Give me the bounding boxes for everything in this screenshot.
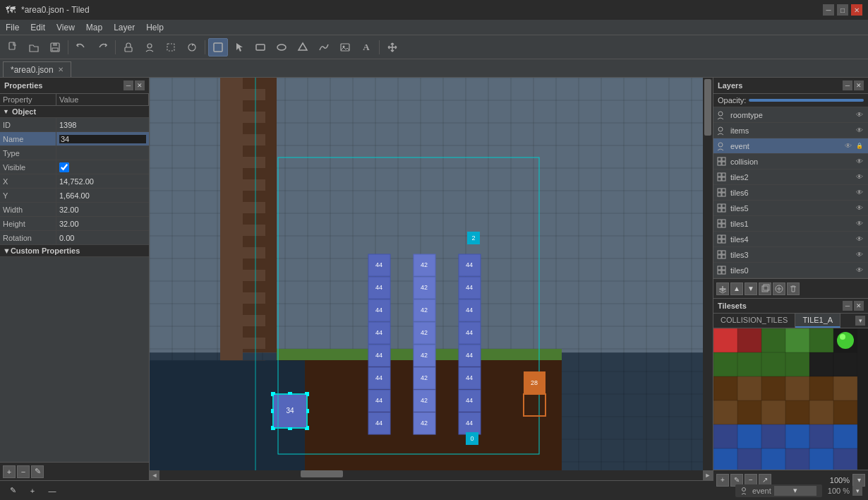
menu-help[interactable]: Help — [140, 20, 169, 35]
close-btn[interactable]: ✕ — [851, 4, 862, 16]
zoom-dropdown-btn[interactable]: ▾ — [852, 486, 862, 496]
add-layer-btn[interactable] — [716, 282, 729, 295]
tileset-zoom-dropdown-btn[interactable]: ▾ — [852, 474, 865, 487]
title-bar-controls[interactable]: ─ □ ✕ — [823, 4, 862, 16]
tilesets-grid[interactable] — [713, 328, 868, 470]
name-input[interactable] — [59, 135, 146, 143]
layer-vis-tiles3[interactable]: 👁 — [854, 249, 865, 261]
scroll-left-btn[interactable]: ◄ — [150, 470, 159, 480]
layer-vis-tiles5[interactable]: 👁 — [854, 203, 865, 214]
layer-tiles1[interactable]: tiles1 👁 — [713, 216, 868, 232]
visible-checkbox[interactable] — [59, 162, 69, 172]
layer-lock-event[interactable]: 🔒 — [854, 141, 865, 152]
props-close-btn[interactable]: ✕ — [135, 81, 145, 90]
stamp-btn[interactable] — [119, 38, 138, 56]
menu-view[interactable]: View — [51, 20, 80, 35]
move-btn[interactable] — [382, 38, 402, 56]
prop-name[interactable]: Name — [0, 132, 149, 146]
layer-tiles6[interactable]: tiles6 👁 — [713, 185, 868, 201]
layer-vis-event[interactable]: 👁 — [843, 141, 854, 152]
insert-image-btn[interactable] — [335, 38, 355, 56]
layers-close-btn[interactable]: ✕ — [854, 81, 864, 90]
canvas-area[interactable]: ◄ ► — [150, 78, 713, 480]
v-scrollbar-thumb[interactable] — [704, 79, 711, 136]
layer-roomtype[interactable]: roomtype 👁 — [713, 107, 868, 123]
tileset-tab-tile1a[interactable]: TILE1_A — [795, 314, 840, 328]
scroll-right-btn[interactable]: ► — [703, 470, 713, 480]
add-prop-btn[interactable]: + — [3, 465, 16, 478]
rect-tool-btn[interactable] — [251, 38, 270, 56]
layers-minimize-btn[interactable]: ─ — [843, 81, 852, 90]
merge-layer-btn[interactable] — [773, 282, 785, 295]
layer-tiles3[interactable]: tiles3 👁 — [713, 247, 868, 263]
select-btn[interactable] — [161, 38, 181, 56]
layer-icon-tiles5 — [716, 203, 728, 214]
object-section-header[interactable]: ▼ Object — [0, 106, 149, 118]
tab-close-btn[interactable]: ✕ — [58, 66, 64, 73]
text-btn[interactable]: A — [356, 38, 376, 56]
prop-visible[interactable]: Visible — [0, 160, 149, 174]
layer-vis-collision[interactable]: 👁 — [854, 156, 865, 167]
redo-btn[interactable] — [92, 38, 112, 56]
layer-tiles4[interactable]: tiles4 👁 — [713, 232, 868, 247]
ellipse-btn[interactable] — [272, 38, 291, 56]
new-btn[interactable] — [3, 38, 23, 56]
polygon-btn[interactable] — [293, 38, 313, 56]
layer-vis-tiles2[interactable]: 👁 — [854, 172, 865, 183]
tileset-dropdown-btn[interactable]: ▾ — [855, 316, 865, 326]
h-scrollbar[interactable]: ◄ ► — [150, 470, 713, 480]
h-scrollbar-thumb[interactable] — [301, 470, 343, 477]
menu-map[interactable]: Map — [80, 20, 108, 35]
delete-layer-btn[interactable] — [787, 282, 800, 295]
layer-vis-roomtype[interactable]: 👁 — [854, 109, 865, 121]
map-canvas[interactable] — [150, 78, 703, 470]
open-btn[interactable] — [24, 38, 44, 56]
rect-select-btn[interactable] — [208, 38, 228, 56]
props-minimize-btn[interactable]: ─ — [123, 81, 133, 90]
rotate-btn[interactable] — [182, 38, 202, 56]
prop-visible-value[interactable] — [56, 160, 149, 174]
cursor-btn[interactable] — [229, 38, 249, 56]
layer-tiles5[interactable]: tiles5 👁 — [713, 201, 868, 216]
status-line-btn[interactable]: — — [45, 484, 59, 498]
tilesets-close-btn[interactable]: ✕ — [854, 301, 864, 311]
tileset-canvas[interactable] — [713, 328, 857, 470]
prop-x-value: 14,752.00 — [56, 174, 149, 188]
menu-edit[interactable]: Edit — [25, 20, 51, 35]
minimize-btn[interactable]: ─ — [823, 4, 834, 16]
layer-vis-tiles1[interactable]: 👁 — [854, 218, 865, 230]
move-layer-down-btn[interactable]: ▼ — [745, 282, 757, 295]
undo-btn[interactable] — [71, 38, 91, 56]
tileset-tab-collision[interactable]: COLLISION_TILES — [713, 314, 795, 328]
layer-vis-items[interactable]: 👁 — [854, 125, 865, 136]
status-pencil-btn[interactable]: ✎ — [6, 484, 20, 498]
custom-props-header[interactable]: ▼ Custom Properties — [0, 245, 149, 257]
layer-vis-tiles6[interactable]: 👁 — [854, 187, 865, 198]
status-dash-btn[interactable]: + — [25, 484, 40, 498]
menu-layer[interactable]: Layer — [108, 20, 140, 35]
layer-vis-tiles4[interactable]: 👁 — [854, 234, 865, 245]
v-scrollbar[interactable] — [703, 78, 713, 470]
layer-event[interactable]: event 👁 🔒 — [713, 138, 868, 154]
prop-name-value[interactable] — [56, 132, 149, 145]
layer-items[interactable]: items 👁 — [713, 123, 868, 138]
layer-vis-tiles0[interactable]: 👁 — [854, 265, 865, 276]
tab-area0[interactable]: *area0.json ✕ — [3, 61, 71, 77]
add-tileset-btn[interactable]: + — [716, 474, 729, 487]
menu-file[interactable]: File — [0, 20, 25, 35]
layer-tiles2[interactable]: tiles2 👁 — [713, 169, 868, 185]
maximize-btn[interactable]: □ — [837, 4, 848, 16]
duplicate-layer-btn[interactable] — [759, 282, 771, 295]
tilesets-minimize-btn[interactable]: ─ — [843, 301, 852, 311]
edit-prop-btn[interactable]: ✎ — [31, 465, 44, 478]
polyline-btn[interactable] — [314, 38, 334, 56]
save-btn[interactable] — [45, 38, 65, 56]
prop-y: Y 1,664.00 — [0, 189, 149, 203]
layer-select-btn[interactable]: ▾ — [774, 486, 816, 496]
layer-tiles0[interactable]: tiles0 👁 — [713, 263, 868, 278]
opacity-slider[interactable] — [749, 99, 864, 102]
layer-collision[interactable]: collision 👁 — [713, 154, 868, 169]
object-btn[interactable] — [140, 38, 159, 56]
move-layer-up-btn[interactable]: ▲ — [730, 282, 743, 295]
remove-prop-btn[interactable]: − — [17, 465, 30, 478]
